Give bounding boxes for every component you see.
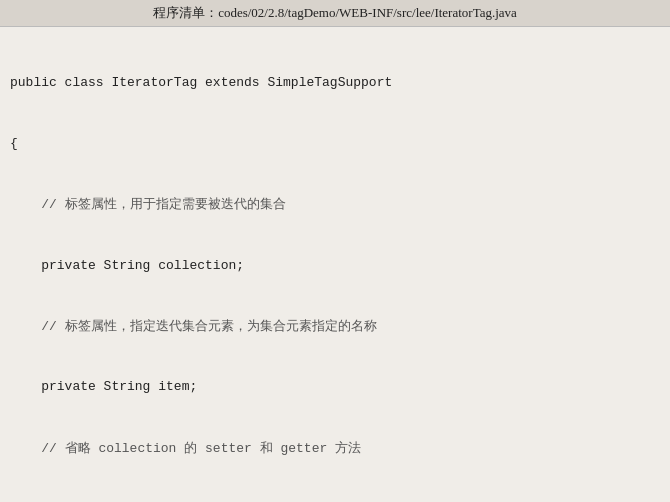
title-bar: 程序清单：codes/02/2.8/tagDemo/WEB-INF/src/le… — [0, 0, 670, 27]
code-line-3: // 标签属性，用于指定需要被迭代的集合 — [10, 194, 660, 215]
code-line-5: // 标签属性，指定迭代集合元素，为集合元素指定的名称 — [10, 316, 660, 337]
code-line-4: private String collection; — [10, 256, 660, 276]
code-line-6: private String item; — [10, 377, 660, 397]
code-container: public class IteratorTag extends SimpleT… — [0, 27, 670, 502]
code-line-1: public class IteratorTag extends SimpleT… — [10, 73, 660, 93]
code-line-7: // 省略 collection 的 setter 和 getter 方法 — [10, 438, 660, 459]
file-path: 程序清单：codes/02/2.8/tagDemo/WEB-INF/src/le… — [153, 5, 517, 20]
code-line-2: { — [10, 134, 660, 154]
